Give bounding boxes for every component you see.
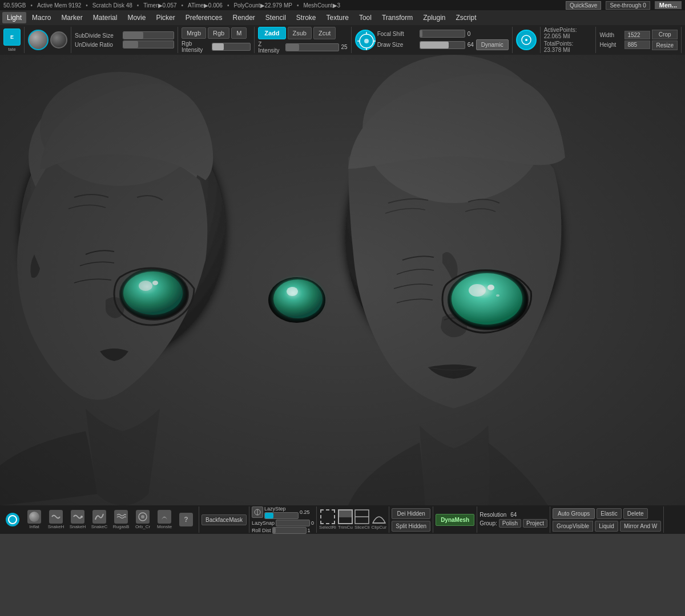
subdivide-group: SubDivide Size UnDivide Ratio xyxy=(75,27,178,53)
m-button[interactable]: M xyxy=(231,27,247,39)
elastic-button[interactable]: Elastic xyxy=(597,508,621,519)
slicecli-item[interactable]: SliceCli xyxy=(354,509,370,530)
lazystep-slider[interactable] xyxy=(264,512,299,519)
material-sphere-button[interactable] xyxy=(28,30,49,50)
tool-icon-rugasb[interactable]: RugasB xyxy=(111,509,131,530)
rolldist-slider[interactable] xyxy=(272,527,307,534)
lazystep-label: LazyStep xyxy=(264,506,299,512)
delete-button[interactable]: Delete xyxy=(623,508,648,519)
menu-movie[interactable]: Movie xyxy=(123,12,150,23)
bottom-toolbar: Inflat SnakeH SnakeH SnakeC xyxy=(0,505,685,534)
menu-stencil[interactable]: Stencil xyxy=(261,12,291,23)
mirror-button[interactable]: Mirror And W xyxy=(620,521,661,532)
trimcu-item[interactable]: TrimCu xyxy=(338,509,353,530)
group-label: Group: xyxy=(480,520,497,526)
subdivide-slider[interactable] xyxy=(123,31,174,39)
lazystep-group: LazyStep 0.25 LazySnap 0 Roll Dist xyxy=(252,506,317,533)
dei-hidden-button[interactable]: Dei Hidden xyxy=(392,508,430,519)
active-mem-status: Active Mem 9192 xyxy=(37,2,81,9)
z-intensity-label: Z Intensity xyxy=(258,41,283,54)
project-button[interactable]: Project xyxy=(523,519,547,528)
draw-size-slider[interactable] xyxy=(420,41,465,49)
dynamesh-group: DynaMesh xyxy=(436,506,477,533)
menu-material[interactable]: Material xyxy=(88,12,122,23)
focal-shift-slider[interactable] xyxy=(420,30,465,38)
mrgb-button[interactable]: Mrgb xyxy=(182,27,206,39)
menu-picker[interactable]: Picker xyxy=(151,12,179,23)
tool-icon-orbcr[interactable]: Orb_Cr xyxy=(132,509,153,530)
menu-light[interactable]: Light xyxy=(2,12,26,23)
toolbar: E tate SubDivide Size UnDivide Ratio xyxy=(0,25,685,55)
menu-tool[interactable]: Tool xyxy=(354,12,376,23)
svg-point-7 xyxy=(525,39,527,41)
active-points-value: 22.065 Mil xyxy=(544,33,570,39)
selectri-item[interactable]: SelectRi xyxy=(319,509,336,530)
atime-status: ATime▶0.006 xyxy=(188,2,223,9)
tool-icon-question[interactable]: ? xyxy=(176,509,196,530)
total-points-label: TotalPoints: xyxy=(544,40,574,47)
resize-button[interactable]: Resize xyxy=(652,40,678,50)
z-intensity-slider[interactable] xyxy=(285,43,339,51)
seethrough-button[interactable]: See-through 0 xyxy=(606,1,650,10)
tool-icon-snakeh2[interactable]: SnakeH xyxy=(67,509,88,530)
tool-icon-snakeh[interactable]: SnakeH xyxy=(46,509,66,530)
menu-stroke[interactable]: Stroke xyxy=(292,12,321,23)
focal-icon[interactable] xyxy=(355,30,376,50)
hidden-group: Dei Hidden Split Hidden xyxy=(392,506,433,533)
width-value: 1522 xyxy=(624,31,650,39)
tool-icon-0[interactable] xyxy=(2,509,23,530)
canvas-area[interactable] xyxy=(0,55,685,505)
menu-preferences[interactable]: Preferences xyxy=(181,12,227,23)
dimensions-group: Width 1522 Height 885 Crop Resize xyxy=(599,27,682,53)
tool-icon-inflate[interactable]: Inflat xyxy=(24,509,45,530)
polycount-status: PolyCount▶22.979 MP xyxy=(233,2,292,9)
meshcount-status: MeshCount▶3 xyxy=(303,2,340,9)
menu-marker[interactable]: Marker xyxy=(57,12,87,23)
zadd-button[interactable]: Zadd xyxy=(258,27,285,39)
auto-groups-button[interactable]: Auto Groups xyxy=(553,508,595,519)
quicksave-button[interactable]: QuickSave xyxy=(566,1,601,10)
rgb-button[interactable]: Rgb xyxy=(208,27,229,39)
zcut-button[interactable]: Zcut xyxy=(313,27,336,39)
edit-mode-button[interactable]: E xyxy=(3,29,21,46)
group-visible-button[interactable]: GroupVisible xyxy=(553,521,593,532)
lazysnap-slider[interactable] xyxy=(276,520,310,526)
lazysnap-value: 0 xyxy=(311,520,314,526)
dynamesh-button[interactable]: DynaMesh xyxy=(436,514,474,526)
active-points-label: ActivePoints: xyxy=(544,27,577,33)
tool-icon-monster[interactable]: Monste xyxy=(154,509,175,530)
status-bar: 50.59GB • Active Mem 9192 • Scratch Disk… xyxy=(0,0,685,10)
menu-zscript[interactable]: Zscript xyxy=(452,12,481,23)
tool-icon-snakec[interactable]: SnakeC xyxy=(89,509,110,530)
clipcur-item[interactable]: ClipCur xyxy=(372,509,387,530)
svg-point-29 xyxy=(141,515,144,518)
split-hidden-button[interactable]: Split Hidden xyxy=(392,521,430,532)
storage-status: 50.59GB xyxy=(3,2,26,9)
rolldist-value: 1 xyxy=(308,528,311,533)
svg-point-5 xyxy=(364,39,369,43)
undivide-slider[interactable] xyxy=(123,40,174,48)
crop-button[interactable]: Crop xyxy=(652,30,678,39)
menu-zplugin[interactable]: Zplugin xyxy=(418,12,450,23)
menu-button[interactable]: Men... xyxy=(655,1,682,9)
backfacemask-button[interactable]: BackfaceMask xyxy=(202,514,247,525)
rgb-intensity-slider[interactable] xyxy=(212,43,251,51)
tool-icons-group: Inflat SnakeH SnakeH SnakeC xyxy=(2,506,199,533)
menu-macro[interactable]: Macro xyxy=(27,12,55,23)
zsub-button[interactable]: Zsub xyxy=(288,27,312,39)
rgb-intensity-label: Rgb Intensity xyxy=(182,40,209,53)
draw-size-icon[interactable] xyxy=(516,30,537,50)
polish-button[interactable]: Polish xyxy=(499,519,521,528)
menu-render[interactable]: Render xyxy=(228,12,259,23)
menu-texture[interactable]: Texture xyxy=(322,12,353,23)
svg-rect-26 xyxy=(0,55,685,505)
zadd-group: Zadd Zsub Zcut Z Intensity 25 xyxy=(258,27,351,53)
subdivide-label: SubDivide Size xyxy=(75,33,120,39)
color-sphere-button[interactable] xyxy=(50,31,67,48)
alien-scene xyxy=(0,55,685,505)
dynamic-button[interactable]: Dynamic xyxy=(476,39,509,50)
scratch-disk-status: Scratch Disk 48 xyxy=(92,2,132,9)
liquid-button[interactable]: Liquid xyxy=(595,521,618,532)
menu-transform[interactable]: Transform xyxy=(377,12,417,23)
timer-status: Timer▶0.057 xyxy=(143,2,176,9)
